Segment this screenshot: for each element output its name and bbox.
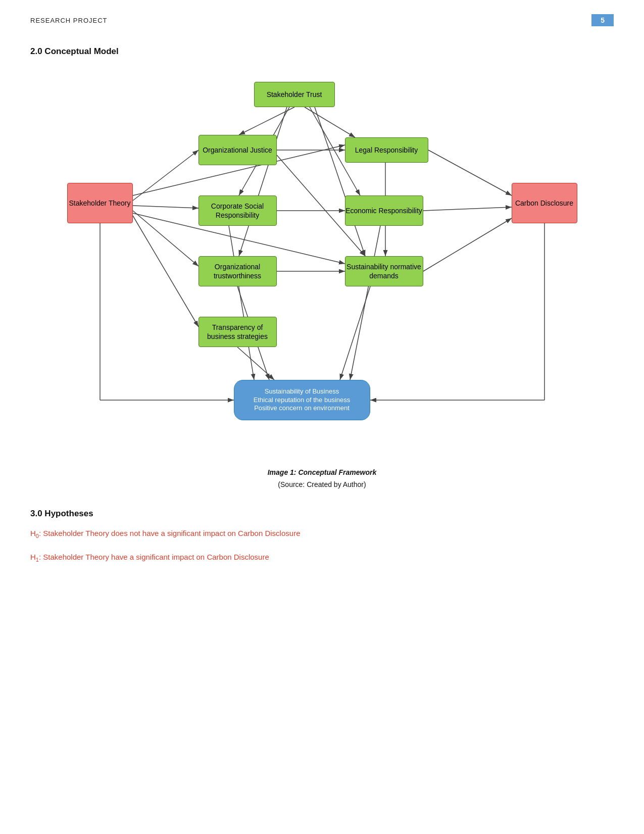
h1-prefix: H1	[30, 553, 39, 561]
sust-norm-label: Sustainability normative demands	[345, 262, 423, 280]
conceptual-diagram: Stakeholder Trust Organizational Justice…	[57, 67, 587, 461]
header-page-number: 5	[591, 14, 614, 26]
header-title: RESEARCH PROJECT	[30, 17, 108, 24]
stakeholder-theory-label: Stakeholder Theory	[69, 199, 131, 208]
legal-resp-box: Legal Responsibility	[345, 137, 428, 163]
sust-norm-box: Sustainability normative demands	[345, 256, 423, 286]
economic-resp-box: Economic Responsibility	[345, 195, 423, 226]
carbon-disclosure-label: Carbon Disclosure	[515, 199, 573, 208]
hypotheses-title: 3.0 Hypotheses	[30, 509, 614, 519]
economic-resp-label: Economic Responsibility	[345, 206, 422, 215]
svg-line-8	[133, 211, 199, 266]
carbon-disclosure-box: Carbon Disclosure	[512, 183, 577, 223]
transparency-label: Transparency of business strategies	[199, 323, 276, 341]
hypothesis-h0: H0: Stakeholder Theory does not have a s…	[30, 528, 614, 541]
org-trust-label: Organizational trustworthiness	[199, 262, 276, 280]
svg-line-19	[423, 218, 512, 271]
transparency-box: Transparency of business strategies	[199, 317, 277, 347]
svg-line-9	[133, 216, 199, 327]
svg-line-17	[428, 150, 512, 195]
sustainability-bottom-label: Sustainability of Business Ethical reput…	[254, 387, 351, 413]
svg-line-24	[315, 107, 365, 256]
hypothesis-h1: H1: Stakeholder Theory have a significan…	[30, 552, 614, 564]
svg-line-18	[423, 207, 512, 211]
org-justice-box: Organizational Justice	[199, 135, 277, 165]
svg-line-7	[133, 206, 199, 208]
svg-line-28	[350, 226, 380, 380]
sustainability-bottom-box: Sustainability of Business Ethical reput…	[234, 380, 370, 420]
image-source: (Source: Created by Author)	[0, 480, 644, 488]
h0-prefix: H0	[30, 529, 39, 537]
conceptual-model-title: 2.0 Conceptual Model	[30, 46, 614, 57]
stakeholder-theory-box: Stakeholder Theory	[67, 183, 133, 223]
stakeholder-trust-label: Stakeholder Trust	[267, 90, 322, 99]
legal-resp-label: Legal Responsibility	[355, 145, 418, 155]
h1-text: : Stakeholder Theory have a significant …	[39, 553, 269, 561]
csr-box: Corporate Social Responsibility	[199, 195, 277, 226]
h0-text: : Stakeholder Theory does not have a sig…	[39, 529, 301, 537]
page: RESEARCH PROJECT 5 2.0 Conceptual Model	[0, 0, 644, 834]
svg-line-20	[237, 347, 274, 380]
header: RESEARCH PROJECT 5	[0, 0, 644, 31]
stakeholder-trust-box: Stakeholder Trust	[254, 82, 335, 107]
svg-line-2	[239, 107, 294, 135]
csr-label: Corporate Social Responsibility	[199, 202, 276, 220]
diagram-wrapper: Stakeholder Trust Organizational Justice…	[0, 67, 644, 461]
org-justice-label: Organizational Justice	[203, 145, 272, 155]
svg-line-23	[239, 107, 287, 256]
image-caption: Image 1: Conceptual Framework	[0, 468, 644, 476]
org-trust-box: Organizational trustworthiness	[199, 256, 277, 286]
